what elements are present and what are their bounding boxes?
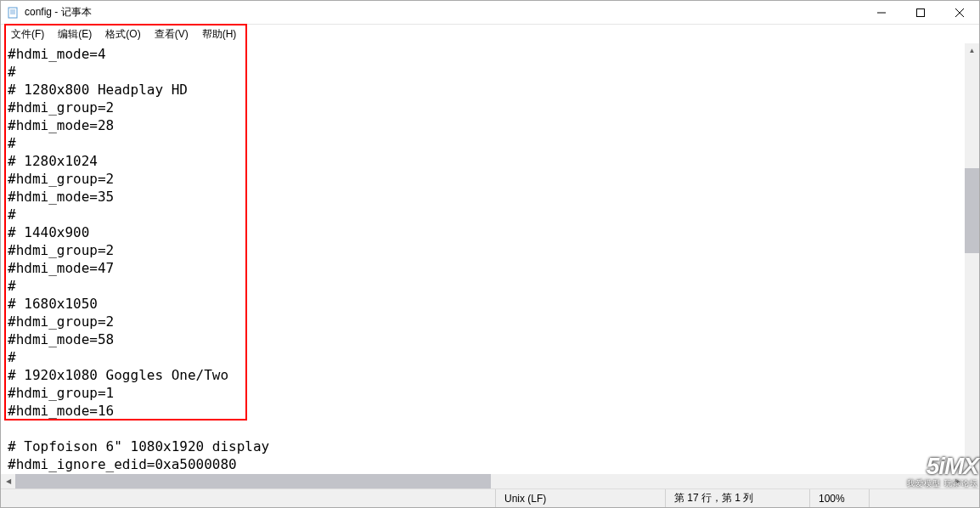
status-extra (869, 489, 979, 507)
editor-area: #hdmi_mode=4 # # 1280x800 Headplay HD #h… (1, 43, 979, 488)
svg-rect-0 (8, 8, 17, 18)
status-spacer (1, 489, 495, 507)
scroll-track-horizontal[interactable] (15, 474, 950, 488)
maximize-button[interactable] (901, 1, 940, 24)
scroll-right-arrow-icon[interactable]: ▶ (950, 474, 965, 488)
text-editor[interactable]: #hdmi_mode=4 # # 1280x800 Headplay HD #h… (1, 43, 965, 474)
window-controls (862, 1, 979, 24)
menu-help[interactable]: 帮助(H) (195, 25, 244, 43)
status-zoom: 100% (809, 489, 869, 507)
svg-rect-5 (917, 8, 925, 16)
minimize-button[interactable] (862, 1, 901, 24)
scroll-left-arrow-icon[interactable]: ◀ (1, 474, 15, 488)
scroll-down-arrow-icon[interactable]: ▼ (965, 460, 979, 474)
notepad-window: config - 记事本 文件(F) 编辑(E) 格式(O) 查看(V) 帮助(… (0, 0, 980, 508)
status-line-ending: Unix (LF) (495, 489, 665, 507)
statusbar: Unix (LF) 第 17 行，第 1 列 100% (1, 488, 979, 507)
titlebar[interactable]: config - 记事本 (1, 1, 979, 25)
horizontal-scrollbar[interactable]: ◀ ▶ (1, 474, 965, 488)
menu-format[interactable]: 格式(O) (99, 25, 147, 43)
scroll-thumb-vertical[interactable] (965, 168, 979, 253)
menu-view[interactable]: 查看(V) (148, 25, 195, 43)
status-cursor-position: 第 17 行，第 1 列 (665, 489, 809, 507)
menu-file[interactable]: 文件(F) (4, 25, 51, 43)
app-icon (6, 6, 20, 20)
window-title: config - 记事本 (25, 5, 862, 20)
scroll-track-vertical[interactable] (965, 58, 979, 460)
menu-edit[interactable]: 编辑(E) (51, 25, 99, 43)
scroll-thumb-horizontal[interactable] (15, 474, 491, 488)
vertical-scrollbar[interactable]: ▲ ▼ (965, 43, 979, 474)
close-button[interactable] (940, 1, 979, 24)
scrollbar-corner (965, 474, 979, 488)
scroll-up-arrow-icon[interactable]: ▲ (965, 43, 979, 58)
menubar: 文件(F) 编辑(E) 格式(O) 查看(V) 帮助(H) (1, 25, 979, 43)
